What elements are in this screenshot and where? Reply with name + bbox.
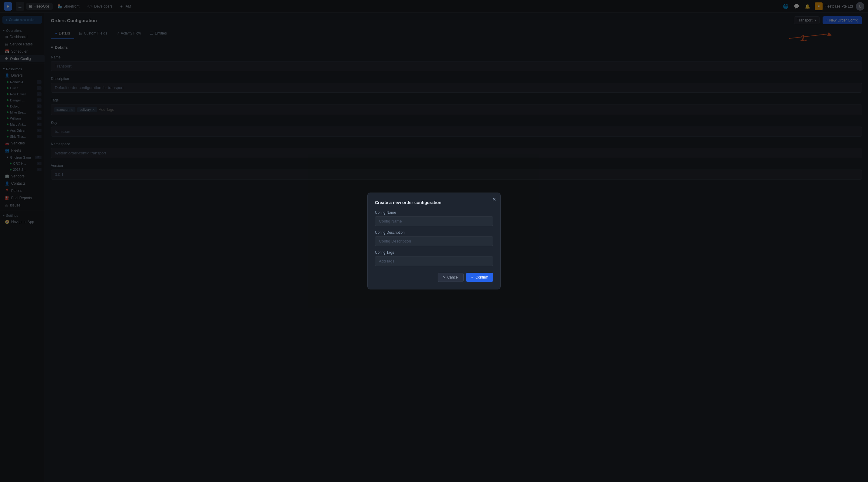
modal-create-order-config: Create a new order configuration ✕ Confi… [367,193,501,289]
cancel-icon: ✕ [443,275,446,280]
config-description-label: Config Description [375,230,493,235]
config-tags-input[interactable] [375,256,493,266]
cancel-button[interactable]: ✕ Cancel [438,273,464,282]
config-name-label: Config Name [375,211,493,215]
confirm-icon: ✓ [471,275,474,280]
confirm-button[interactable]: ✓ Confirm [466,273,493,282]
modal-title: Create a new order configuration [375,200,493,205]
modal-overlay: Create a new order configuration ✕ Confi… [0,0,868,482]
modal-close-button[interactable]: ✕ [492,197,496,202]
modal-footer: ✕ Cancel ✓ Confirm [375,273,493,282]
config-tags-label: Config Tags [375,250,493,255]
config-name-input[interactable] [375,216,493,226]
config-description-input[interactable] [375,236,493,246]
